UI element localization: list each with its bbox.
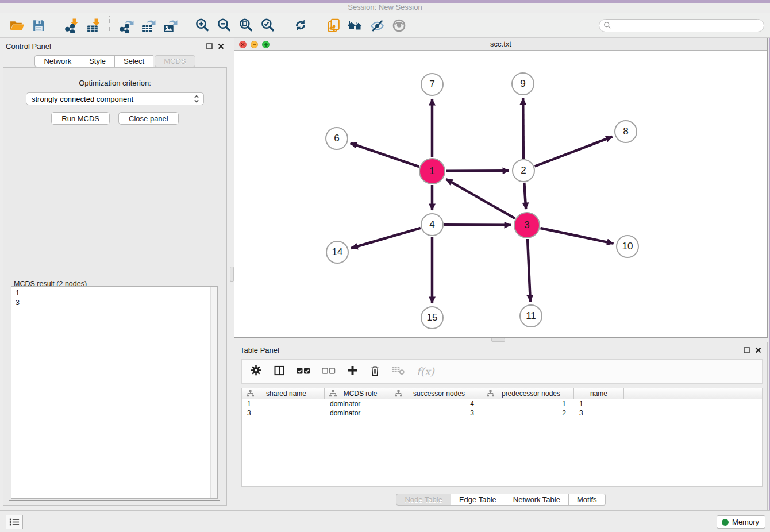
network-view-window: scc.txt 7968124314101511: [234, 38, 768, 338]
column-header-predecessor-nodes[interactable]: predecessor nodes: [482, 388, 574, 399]
zoom-selected-icon[interactable]: [259, 17, 276, 34]
tab-network[interactable]: Network: [34, 55, 80, 67]
task-history-button[interactable]: [6, 515, 23, 529]
eye-slash-icon[interactable]: [368, 17, 386, 34]
graph-edge-2-8[interactable]: [535, 137, 613, 167]
home-icon[interactable]: [346, 17, 364, 34]
zoom-fit-icon[interactable]: [237, 17, 255, 34]
graph-edge-4-3[interactable]: [444, 225, 511, 225]
table-cell[interactable]: 1: [482, 399, 574, 408]
splitter-grip[interactable]: [491, 338, 505, 342]
table-cell[interactable]: 4: [390, 399, 482, 408]
window-close-icon[interactable]: [239, 41, 247, 48]
column-header-mcds-role[interactable]: MCDS role: [325, 388, 390, 399]
graph-node-11[interactable]: 11: [519, 304, 542, 327]
table-cell[interactable]: 3: [242, 408, 325, 418]
vertical-splitter[interactable]: [230, 38, 234, 510]
hierarchy-icon: [329, 390, 337, 397]
tab-edge-table[interactable]: Edge Table: [451, 494, 505, 506]
graph-node-1[interactable]: 1: [419, 158, 445, 184]
zoom-in-icon[interactable]: [194, 17, 211, 34]
export-image-icon[interactable]: [161, 17, 178, 34]
graph-node-8[interactable]: 8: [614, 120, 637, 143]
window-zoom-icon[interactable]: [262, 41, 270, 48]
criterion-select[interactable]: strongly connected component: [26, 92, 204, 105]
table-cell[interactable]: 1: [242, 399, 325, 408]
close-panel-icon[interactable]: [755, 347, 761, 353]
graph-node-14[interactable]: 14: [326, 241, 349, 264]
table-cell[interactable]: 2: [482, 408, 574, 418]
close-panel-button[interactable]: Close panel: [118, 112, 179, 125]
import-table-icon[interactable]: [84, 17, 102, 34]
mcds-result-area[interactable]: 1 3: [11, 286, 218, 499]
tab-motifs[interactable]: Motifs: [569, 494, 606, 506]
graph-node-10[interactable]: 10: [616, 235, 639, 258]
graph-node-6[interactable]: 6: [325, 127, 348, 150]
window-title: Session: New Session: [0, 3, 770, 13]
delete-table-icon[interactable]: [392, 365, 405, 377]
tab-mcds[interactable]: MCDS: [155, 55, 195, 67]
graph-edge-2-9[interactable]: [523, 98, 523, 159]
memory-button[interactable]: Memory: [717, 515, 765, 529]
window-minimize-icon[interactable]: [251, 41, 258, 48]
graph-node-9[interactable]: 9: [511, 72, 534, 95]
graph-node-4[interactable]: 4: [421, 213, 444, 236]
tab-network-table[interactable]: Network Table: [505, 494, 569, 506]
table-settings-icon[interactable]: [250, 364, 262, 379]
deselect-all-icon[interactable]: [322, 367, 336, 377]
refresh-icon[interactable]: [292, 17, 309, 34]
table-cell[interactable]: 1: [574, 399, 624, 408]
graph-edge-4-14[interactable]: [351, 228, 421, 248]
memory-status-icon: [722, 519, 729, 526]
graph-node-15[interactable]: 15: [421, 306, 444, 329]
mcds-result-line: 1: [16, 288, 213, 298]
graph-edge-3-10[interactable]: [540, 228, 613, 244]
network-canvas[interactable]: 7968124314101511: [234, 51, 767, 337]
graph-edge-2-3[interactable]: [524, 183, 526, 209]
apply-function-icon[interactable]: f(x): [417, 365, 434, 377]
column-header-name[interactable]: name: [574, 388, 624, 399]
column-header-successor-nodes[interactable]: successor nodes: [390, 388, 482, 399]
graph-edge-1-2[interactable]: [446, 171, 509, 171]
table-cell[interactable]: dominator: [325, 408, 390, 418]
mcds-result-box: MCDS result (2 nodes) 1 3: [9, 284, 220, 501]
run-mcds-button[interactable]: Run MCDS: [51, 112, 110, 125]
graph-node-2[interactable]: 2: [512, 159, 535, 182]
horizontal-splitter[interactable]: [234, 338, 768, 342]
tab-style[interactable]: Style: [80, 55, 115, 67]
splitter-grip[interactable]: [230, 267, 234, 282]
select-all-icon[interactable]: [297, 367, 310, 377]
new-network-from-selection-icon[interactable]: [325, 17, 342, 34]
open-folder-icon[interactable]: [8, 17, 25, 34]
export-table-icon[interactable]: [139, 17, 156, 34]
import-network-icon[interactable]: [63, 17, 80, 34]
export-network-icon[interactable]: [117, 17, 134, 34]
table-row[interactable]: 3dominator323: [242, 408, 762, 418]
search-field[interactable]: [599, 19, 764, 32]
graph-edge-1-6[interactable]: [351, 143, 419, 167]
table-cell[interactable]: 3: [574, 408, 624, 418]
close-panel-icon[interactable]: [218, 43, 224, 49]
graph-edge-3-11[interactable]: [528, 239, 530, 302]
graph-node-7[interactable]: 7: [421, 73, 444, 96]
eye-icon[interactable]: [390, 17, 407, 34]
column-header-shared-name[interactable]: shared name: [242, 388, 325, 399]
float-panel-icon[interactable]: [206, 43, 213, 49]
save-icon[interactable]: [30, 17, 47, 34]
table-cell[interactable]: 3: [390, 408, 482, 418]
table-cell[interactable]: dominator: [325, 399, 390, 408]
add-column-icon[interactable]: [347, 365, 358, 378]
tab-select[interactable]: Select: [115, 55, 153, 67]
result-scrollbar[interactable]: [210, 287, 217, 498]
split-columns-icon[interactable]: [274, 365, 285, 379]
tab-node-table[interactable]: Node Table: [396, 494, 451, 506]
mcds-panel: Optimization criterion: strongly connect…: [3, 67, 227, 506]
graph-node-3[interactable]: 3: [514, 212, 540, 238]
graph-edge-3-1[interactable]: [446, 179, 515, 218]
zoom-out-icon[interactable]: [215, 17, 233, 34]
float-panel-icon[interactable]: [744, 347, 750, 353]
table-row[interactable]: 1dominator411: [242, 399, 762, 408]
delete-column-icon[interactable]: [369, 365, 380, 379]
search-input[interactable]: [611, 20, 764, 31]
hierarchy-icon: [487, 390, 494, 397]
